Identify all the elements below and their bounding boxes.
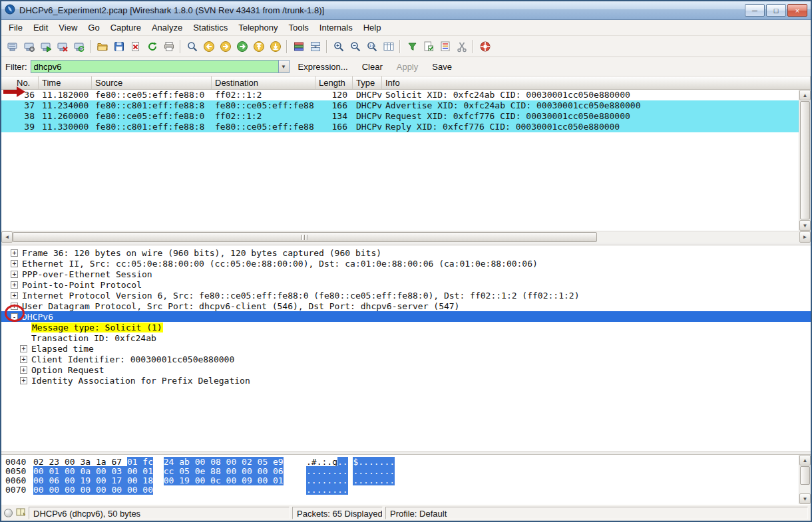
column-header-no[interactable]: No. [1,76,39,89]
file-notes-icon[interactable] [15,507,26,519]
column-header-destination[interactable]: Destination [212,76,315,89]
menu-view[interactable]: View [53,21,83,35]
reload-file-icon[interactable] [144,38,160,55]
list-interfaces-icon[interactable] [4,38,21,55]
detail-row-dhcpv6-selected[interactable]: - DHCPv6 [1,311,811,322]
detail-row-ipv6[interactable]: + Internet Protocol Version 6, Src: fe80… [1,290,811,301]
zoom-out-icon[interactable] [347,38,363,55]
expander-icon[interactable]: + [11,303,18,310]
packet-row-39[interactable]: 39 11.330000 fe80::c801:eff:fe88:8 fe80:… [1,122,799,132]
expander-icon[interactable]: + [11,260,18,267]
menu-file[interactable]: File [3,21,28,35]
menu-internals[interactable]: Internals [314,21,358,35]
display-filters-icon[interactable] [420,38,437,55]
scroll-left-icon[interactable]: ◄ [1,231,13,243]
scroll-down-icon[interactable]: ▼ [799,493,811,504]
column-header-length[interactable]: Length [315,76,353,89]
scroll-up-icon[interactable]: ▲ [799,90,811,100]
menu-capture[interactable]: Capture [105,21,146,35]
save-button[interactable]: Save [427,60,457,74]
filter-label[interactable]: Filter: [5,62,27,72]
expander-icon[interactable]: + [20,356,27,363]
hex-rows[interactable]: 0040 02 23 00 3a 1a 67 01 fc 24 ab 00 08… [1,455,799,504]
scrollbar-thumb[interactable] [13,232,597,242]
hex-row[interactable]: 0050 00 01 00 0a 00 03 00 01 cc 05 0e 88… [5,466,799,475]
scroll-down-icon[interactable]: ▼ [799,220,811,231]
capture-options-icon[interactable] [21,38,37,55]
find-packet-icon[interactable] [184,38,200,55]
packet-row-38[interactable]: 38 11.260000 fe80::ce05:eff:fe88:0 ff02:… [1,111,799,122]
close-file-icon[interactable] [127,38,144,55]
packet-list-horizontal-scrollbar[interactable]: ◄ ► [1,231,811,243]
close-button[interactable]: × [787,4,807,17]
menu-edit[interactable]: Edit [28,21,53,35]
go-last-icon[interactable] [267,38,284,55]
detail-row-option-request[interactable]: + Option Request [1,364,811,375]
detail-row-pppoe[interactable]: + PPP-over-Ethernet Session [1,269,811,279]
detail-row-ppp[interactable]: + Point-to-Point Protocol [1,279,811,290]
maximize-button[interactable]: □ [766,4,786,17]
packet-list-vertical-scrollbar[interactable]: ▲ ▼ [799,90,811,231]
colorize-icon[interactable] [290,38,307,55]
help-icon[interactable] [477,38,493,55]
resize-columns-icon[interactable] [380,38,397,55]
detail-row-transaction-id[interactable]: Transaction ID: 0xfc24ab [1,332,811,343]
print-icon[interactable] [160,38,177,55]
expert-info-icon[interactable] [4,509,13,517]
go-back-icon[interactable] [200,38,217,55]
status-profile[interactable]: Profile: Default [385,507,808,519]
zoom-in-icon[interactable] [330,38,347,55]
hex-row[interactable]: 0070 00 00 00 00 00 00 00 00 ........ [5,485,799,494]
go-first-icon[interactable] [250,38,267,55]
expression-button[interactable]: Expression... [293,60,353,74]
filter-input[interactable] [31,60,278,73]
column-header-info[interactable]: Info [382,76,811,89]
scrollbar-thumb[interactable] [800,101,810,219]
packet-row-37[interactable]: 37 11.234000 fe80::c801:eff:fe88:8 fe80:… [1,100,799,111]
start-capture-icon[interactable] [37,38,54,55]
scroll-up-icon[interactable]: ▲ [799,455,811,465]
detail-row-ethernet[interactable]: + Ethernet II, Src: cc:05:0e:88:00:00 (c… [1,258,811,269]
detail-row-frame[interactable]: + Frame 36: 120 bytes on wire (960 bits)… [1,247,811,258]
column-header-time[interactable]: Time [39,76,92,89]
detail-row-ia-pd[interactable]: + Identity Association for Prefix Delega… [1,375,811,386]
menu-go[interactable]: Go [83,21,104,35]
collapse-expander-icon[interactable]: - [11,313,18,321]
scrollbar-thumb[interactable] [800,466,810,485]
restart-capture-icon[interactable] [71,38,87,55]
scroll-right-icon[interactable]: ► [799,231,811,243]
packet-row-36[interactable]: 36 11.182000 fe80::ce05:eff:fe88:0 ff02:… [1,90,799,100]
coloring-rules-icon[interactable] [437,38,453,55]
title-bar[interactable]: DHCPv6_Experiment2.pcap [Wireshark 1.8.0… [1,1,811,20]
preferences-icon[interactable] [453,38,470,55]
expander-icon[interactable]: + [20,345,27,352]
save-file-icon[interactable] [110,38,127,55]
go-forward-icon[interactable] [217,38,234,55]
detail-row-udp[interactable]: + User Datagram Protocol, Src Port: dhcp… [1,301,811,311]
clear-button[interactable]: Clear [357,60,388,74]
menu-statistics[interactable]: Statistics [188,21,233,35]
hex-row[interactable]: 0060 00 06 00 19 00 17 00 18 00 19 00 0c… [5,475,799,485]
apply-button[interactable]: Apply [391,60,424,74]
detail-row-message-type[interactable]: Message type: Solicit (1) [1,322,811,332]
open-file-icon[interactable] [94,38,110,55]
menu-analyze[interactable]: Analyze [146,21,188,35]
menu-tools[interactable]: Tools [283,21,313,35]
expander-icon[interactable]: + [20,377,27,384]
scrollbar-track[interactable] [799,485,811,493]
scrollbar-track[interactable] [597,231,799,243]
expander-icon[interactable]: + [11,249,18,257]
column-header-type[interactable]: Type [353,76,382,89]
capture-filters-icon[interactable] [403,38,420,55]
goto-packet-icon[interactable] [234,38,250,55]
hex-vertical-scrollbar[interactable]: ▲ ▼ [799,455,811,504]
autoscroll-icon[interactable] [307,38,323,55]
detail-row-elapsed-time[interactable]: + Elapsed time [1,343,811,354]
menu-telephony[interactable]: Telephony [233,21,283,35]
expander-icon[interactable]: + [20,366,27,374]
zoom-normal-icon[interactable]: 1:1 [363,38,380,55]
expander-icon[interactable]: + [11,292,18,299]
expander-icon[interactable]: + [11,271,18,278]
menu-help[interactable]: Help [358,21,387,35]
minimize-button[interactable]: ─ [745,4,765,17]
